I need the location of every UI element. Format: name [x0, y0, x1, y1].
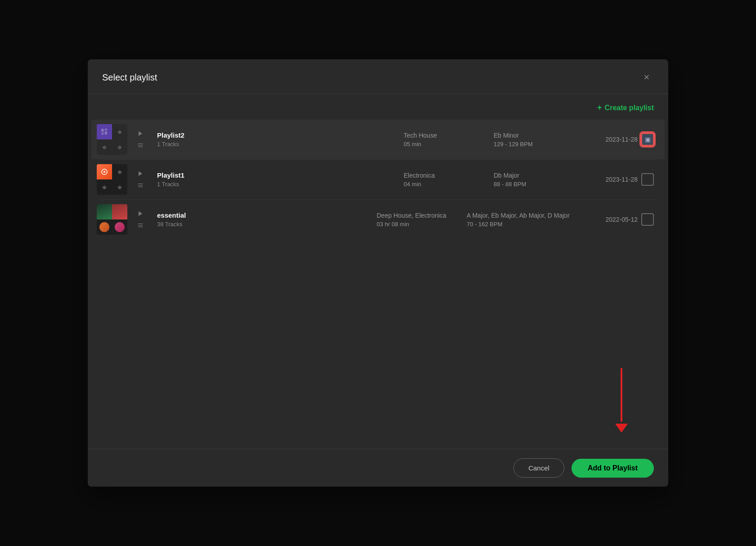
- key-name: A Major, Eb Major, Ab Major, D Major: [467, 212, 584, 219]
- playlist-name: Playlist1: [157, 171, 398, 179]
- select-playlist-dialog: Select playlist × + Create playlist: [88, 59, 668, 487]
- svg-marker-14: [139, 211, 142, 216]
- playlist-info: Playlist1 1 Tracks: [152, 171, 404, 188]
- list-item[interactable]: essential 38 Tracks Deep House, Electron…: [91, 200, 665, 239]
- playlist-select[interactable]: [638, 173, 657, 186]
- playlist-duration: 05 min: [404, 141, 494, 148]
- playlist-key: A Major, Eb Major, Ab Major, D Major 70 …: [467, 212, 584, 228]
- playlist-name: essential: [157, 211, 371, 219]
- playlist-unselected-checkbox[interactable]: [641, 173, 654, 186]
- genre-name: Deep House, Electronica: [377, 212, 467, 219]
- playlist-date: 2023-11-28: [584, 176, 638, 183]
- svg-rect-1: [105, 129, 107, 130]
- list-item[interactable]: Playlist1 1 Tracks Electronica 04 min Db…: [91, 160, 665, 199]
- svg-marker-10: [139, 171, 142, 176]
- playlist-artwork: [97, 164, 127, 195]
- playlist-date: 2023-11-28: [584, 136, 638, 143]
- svg-marker-4: [139, 131, 142, 136]
- playlist-name: Playlist2: [157, 131, 398, 139]
- dialog-header: Select playlist ×: [88, 59, 668, 94]
- key-name: Eb Minor: [494, 132, 584, 139]
- playlist-controls: [136, 130, 144, 149]
- playlist-duration: 03 hr 08 min: [377, 221, 467, 228]
- dialog-toolbar: + Create playlist: [88, 94, 668, 120]
- dialog-footer: Cancel Add to Playlist: [88, 449, 668, 487]
- play-button[interactable]: [136, 170, 144, 178]
- svg-point-9: [104, 171, 106, 173]
- playlist-bpm: 129 - 129 BPM: [494, 141, 584, 148]
- playlist-bpm: 88 - 88 BPM: [494, 181, 584, 188]
- dialog-title: Select playlist: [102, 72, 157, 83]
- plus-icon: +: [597, 103, 602, 112]
- playlist-artwork: [97, 204, 127, 235]
- close-button[interactable]: ×: [639, 70, 654, 85]
- list-item[interactable]: Playlist2 1 Tracks Tech House 05 min Eb …: [91, 120, 665, 159]
- playlist-key: Eb Minor 129 - 129 BPM: [494, 132, 584, 148]
- playlist-date: 2022-05-12: [584, 216, 638, 223]
- annotation-arrow: [615, 368, 628, 433]
- playlist-unselected-checkbox[interactable]: [641, 213, 654, 226]
- genre-name: Electronica: [404, 172, 494, 179]
- list-button[interactable]: [136, 141, 144, 149]
- playlist-info: essential 38 Tracks: [152, 211, 377, 228]
- playlist-info: Playlist2 1 Tracks: [152, 131, 404, 148]
- genre-name: Tech House: [404, 132, 494, 139]
- playlist-tracks: 1 Tracks: [157, 181, 398, 188]
- playlist-select[interactable]: [638, 213, 657, 226]
- playlist-genre: Tech House 05 min: [404, 132, 494, 148]
- playlist-list: Playlist2 1 Tracks Tech House 05 min Eb …: [88, 120, 668, 449]
- list-button[interactable]: [136, 221, 144, 229]
- svg-rect-0: [101, 129, 104, 132]
- playlist-tracks: 38 Tracks: [157, 221, 371, 228]
- playlist-select[interactable]: ▣: [638, 133, 657, 146]
- playlist-controls: [136, 210, 144, 229]
- playlist-tracks: 1 Tracks: [157, 141, 398, 148]
- list-button[interactable]: [136, 181, 144, 189]
- check-icon: ▣: [645, 136, 651, 143]
- arrow-shaft: [621, 368, 622, 422]
- dialog-overlay: Select playlist × + Create playlist: [0, 0, 756, 546]
- svg-rect-3: [101, 133, 104, 134]
- playlist-duration: 04 min: [404, 181, 494, 188]
- playlist-genre: Deep House, Electronica 03 hr 08 min: [377, 212, 467, 228]
- playlist-controls: [136, 170, 144, 189]
- key-name: Db Major: [494, 172, 584, 179]
- playlist-key: Db Major 88 - 88 BPM: [494, 172, 584, 188]
- create-playlist-button[interactable]: + Create playlist: [597, 103, 654, 112]
- add-to-playlist-button[interactable]: Add to Playlist: [572, 459, 654, 478]
- playlist-artwork: [97, 124, 127, 155]
- playlist-genre: Electronica 04 min: [404, 172, 494, 188]
- play-button[interactable]: [136, 210, 144, 218]
- create-playlist-label: Create playlist: [605, 104, 654, 112]
- arrow-head: [615, 424, 628, 433]
- playlist-selected-checkbox[interactable]: ▣: [641, 133, 654, 146]
- cancel-button[interactable]: Cancel: [513, 458, 564, 478]
- playlist-bpm: 70 - 162 BPM: [467, 221, 584, 228]
- play-button[interactable]: [136, 130, 144, 138]
- svg-rect-2: [105, 131, 107, 134]
